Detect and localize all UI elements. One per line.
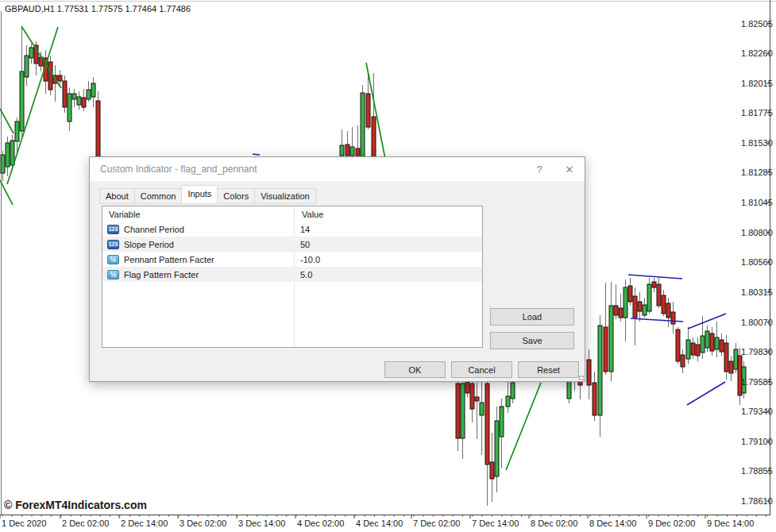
table-row[interactable]: ½Flag Pattern Facter5.0 — [102, 267, 482, 282]
svg-text:1.82505: 1.82505 — [741, 19, 773, 29]
table-row[interactable]: ½Pennant Pattern Facter-10.0 — [102, 252, 482, 267]
svg-text:9 Dec 02:00: 9 Dec 02:00 — [648, 519, 695, 528]
svg-text:8 Dec 14:00: 8 Dec 14:00 — [589, 519, 636, 528]
watermark-label: © ForexMT4Indicators.com — [4, 499, 147, 511]
variable-value[interactable]: -10.0 — [294, 255, 320, 264]
close-icon[interactable]: ✕ — [554, 157, 585, 181]
svg-text:1.82015: 1.82015 — [741, 79, 773, 88]
svg-text:1.79340: 1.79340 — [741, 407, 773, 416]
variable-value[interactable]: 14 — [294, 225, 310, 234]
integer-type-icon: 123 — [107, 225, 119, 234]
dialog-title: Custom Indicator - flag_and_pennant — [90, 164, 524, 175]
svg-text:1.80560: 1.80560 — [741, 257, 773, 267]
svg-text:7 Dec 02:00: 7 Dec 02:00 — [413, 519, 460, 528]
save-button[interactable]: Save — [490, 332, 574, 349]
integer-type-icon: 123 — [107, 240, 119, 249]
dialog-titlebar: Custom Indicator - flag_and_pennant ? ✕ — [90, 157, 585, 181]
variable-name: Channel Period — [124, 225, 184, 234]
reset-button[interactable]: Reset — [518, 361, 579, 378]
svg-text:2 Dec 02:00: 2 Dec 02:00 — [62, 519, 109, 528]
svg-text:8 Dec 02:00: 8 Dec 02:00 — [531, 519, 577, 528]
inputs-table: Variable Value 123Channel Period14123Slo… — [102, 206, 483, 348]
tab-about[interactable]: About — [99, 188, 135, 204]
variable-name: Flag Pattern Facter — [124, 270, 199, 279]
help-icon[interactable]: ? — [524, 157, 554, 181]
double-type-icon: ½ — [107, 270, 119, 279]
svg-text:1.79585: 1.79585 — [741, 377, 773, 387]
svg-text:1.82260: 1.82260 — [741, 48, 773, 58]
tab-visualization[interactable]: Visualization — [254, 188, 316, 204]
resize-grip[interactable] — [579, 376, 581, 377]
svg-text:1.78610: 1.78610 — [741, 496, 773, 506]
svg-text:1 Dec 2020: 1 Dec 2020 — [2, 519, 46, 528]
column-header-value: Value — [295, 210, 323, 219]
svg-text:1.80070: 1.80070 — [741, 318, 773, 327]
svg-text:1.80315: 1.80315 — [741, 287, 773, 297]
svg-text:1.78855: 1.78855 — [741, 466, 773, 476]
mt4-window: 1.825051.822601.820151.817751.815301.812… — [0, 0, 776, 532]
svg-text:3 Dec 02:00: 3 Dec 02:00 — [180, 519, 226, 528]
svg-text:4 Dec 02:00: 4 Dec 02:00 — [297, 519, 344, 528]
load-button[interactable]: Load — [490, 308, 574, 326]
svg-text:1.79100: 1.79100 — [741, 437, 773, 446]
table-header-row: Variable Value — [102, 206, 482, 222]
cancel-button[interactable]: Cancel — [451, 361, 512, 378]
tab-common[interactable]: Common — [134, 188, 183, 204]
svg-text:9 Dec 14:00: 9 Dec 14:00 — [707, 519, 754, 528]
variable-name: Slope Period — [124, 240, 174, 249]
variable-value[interactable]: 50 — [294, 240, 310, 249]
tab-bar: AboutCommonInputsColorsVisualization — [99, 187, 316, 204]
ok-button[interactable]: OK — [384, 361, 446, 378]
variable-name: Pennant Pattern Facter — [124, 255, 214, 264]
variable-value[interactable]: 5.0 — [294, 270, 312, 279]
column-header-variable: Variable — [102, 210, 295, 219]
symbol-ohlc-label: GBPAUD,H1 1.77531 1.77575 1.77464 1.7748… — [5, 4, 191, 13]
table-row[interactable]: 123Slope Period50 — [102, 237, 482, 252]
svg-text:1.81530: 1.81530 — [741, 138, 773, 148]
svg-text:2 Dec 14:00: 2 Dec 14:00 — [121, 519, 168, 528]
svg-text:7 Dec 14:00: 7 Dec 14:00 — [472, 519, 519, 528]
table-row[interactable]: 123Channel Period14 — [102, 222, 482, 237]
svg-text:1.80800: 1.80800 — [741, 228, 773, 237]
tab-inputs[interactable]: Inputs — [181, 185, 218, 204]
svg-text:1.81775: 1.81775 — [741, 108, 773, 118]
svg-text:1.81045: 1.81045 — [741, 198, 773, 207]
svg-text:1.81285: 1.81285 — [741, 168, 773, 177]
svg-text:3 Dec 14:00: 3 Dec 14:00 — [238, 519, 285, 528]
svg-text:4 Dec 14:00: 4 Dec 14:00 — [356, 519, 403, 528]
double-type-icon: ½ — [107, 255, 119, 264]
tab-colors[interactable]: Colors — [217, 188, 255, 204]
custom-indicator-dialog: Custom Indicator - flag_and_pennant ? ✕ … — [89, 156, 585, 382]
svg-text:1.79830: 1.79830 — [741, 347, 773, 357]
